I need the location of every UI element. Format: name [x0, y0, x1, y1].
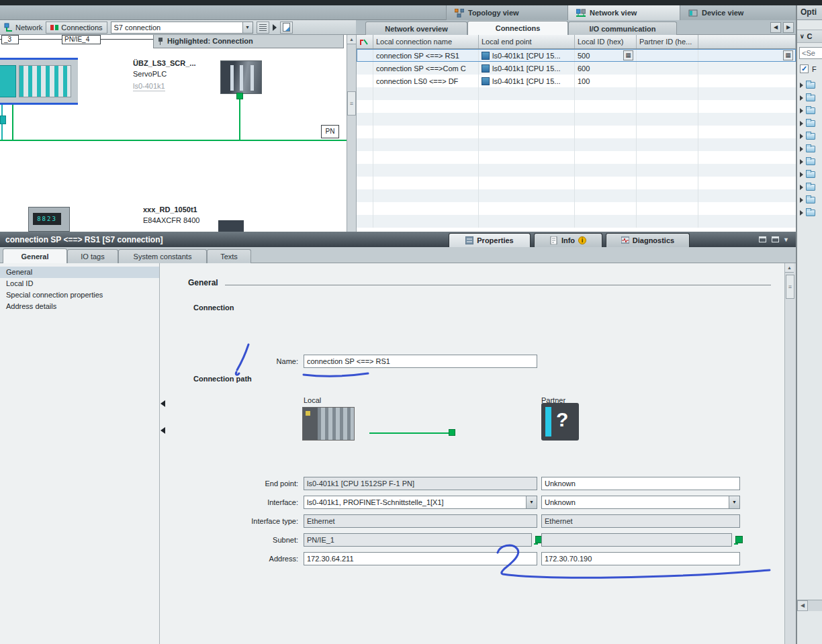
connection-type-select[interactable]: S7 connection ▼	[111, 21, 253, 34]
pn-subnet-label[interactable]: PN	[321, 125, 339, 138]
empty-row[interactable]	[357, 87, 796, 100]
network-diagram[interactable]: _3 PN/IE_4 PN/IE_5 Highlighted: Connecti…	[0, 35, 347, 232]
tab-io-communication[interactable]: I/O communication	[568, 21, 677, 35]
catalog-folder-item[interactable]	[797, 104, 822, 117]
content-vertical-scrollbar[interactable]: ▲ ≡	[784, 263, 796, 644]
empty-row[interactable]	[357, 189, 796, 202]
column-header[interactable]: Local connection name	[373, 35, 479, 48]
tab-properties[interactable]: Properties	[449, 233, 531, 247]
pn-bus-line[interactable]	[0, 140, 347, 141]
drive-device-image[interactable]: 8823	[28, 207, 70, 232]
expand-arrow-icon[interactable]	[800, 108, 803, 113]
tab-network-view[interactable]: Network view	[567, 5, 680, 20]
connection-row[interactable]: connection SP <==>Com Cls0-401k1 [CPU 15…	[357, 62, 796, 75]
empty-row[interactable]	[357, 202, 796, 215]
highlighted-connection-banner[interactable]: Highlighted: Connection	[153, 35, 344, 48]
catalog-search-input[interactable]: <Se	[799, 47, 822, 59]
catalog-folder-item[interactable]	[797, 193, 822, 206]
scroll-up-icon[interactable]: ▲	[785, 263, 794, 273]
subtab-general[interactable]: General	[3, 248, 67, 263]
catalog-folder-item[interactable]	[797, 142, 822, 155]
empty-row[interactable]	[357, 151, 796, 164]
empty-row[interactable]	[357, 113, 796, 126]
local-interface-select[interactable]: ls0-401k1, PROFINET-Schnittstelle_1[X1] …	[304, 496, 537, 509]
column-header[interactable]: Local end point	[479, 35, 575, 48]
network-mode-button[interactable]: Network	[4, 23, 42, 32]
tab-scroll-left-icon[interactable]: ◀	[770, 22, 781, 33]
servo-plc-image[interactable]	[220, 60, 262, 94]
expand-toolbar-icon[interactable]	[273, 24, 277, 31]
expand-arrow-icon[interactable]	[800, 210, 803, 216]
nav-item-local-id[interactable]: Local ID	[0, 278, 159, 289]
expand-arrow-icon[interactable]	[800, 159, 803, 165]
empty-row[interactable]	[357, 126, 796, 138]
catalog-folder-item[interactable]	[797, 206, 822, 219]
float-panel-icon[interactable]	[759, 236, 766, 242]
collapse-left-icon[interactable]	[161, 400, 165, 407]
empty-row[interactable]	[357, 215, 796, 228]
column-header[interactable]: Partner ID (he...	[637, 35, 698, 48]
collapse-panel-icon[interactable]	[772, 236, 779, 242]
save-window-settings-button[interactable]	[280, 21, 293, 34]
scrollbar-thumb[interactable]: ≡	[786, 275, 794, 299]
tab-scroll-right-icon[interactable]: ▶	[783, 22, 794, 33]
subnet-label[interactable]: PN/IE_4	[62, 35, 101, 44]
collapse-left-icon[interactable]	[161, 427, 165, 434]
empty-row[interactable]	[357, 164, 796, 177]
catalog-folder-item[interactable]	[797, 117, 822, 130]
chevron-down-icon[interactable]: ▼	[242, 22, 253, 33]
nav-item-special-connection-properties[interactable]: Special connection properties	[0, 289, 159, 301]
subtab-texts[interactable]: Texts	[207, 249, 251, 263]
expand-arrow-icon[interactable]	[800, 172, 803, 177]
expand-arrow-icon[interactable]	[800, 146, 803, 152]
connection-row[interactable]: connection SP <==> RS1ls0-401k1 [CPU 15.…	[357, 49, 796, 62]
connections-filter-icon[interactable]	[357, 35, 373, 48]
tab-connections[interactable]: Connections	[467, 21, 568, 35]
scrollbar-thumb[interactable]: ≡	[347, 91, 356, 116]
catalog-folder-item[interactable]	[797, 155, 822, 168]
subtab-system-constants[interactable]: System constants	[118, 249, 207, 263]
diagram-vertical-scrollbar[interactable]: ▲ ≡	[347, 35, 357, 232]
catalog-folder-item[interactable]	[797, 130, 822, 142]
local-address-input[interactable]	[304, 552, 537, 565]
catalog-folder-item[interactable]	[797, 91, 822, 104]
catalog-folder-item[interactable]	[797, 79, 822, 91]
tab-device-view[interactable]: Device view	[680, 5, 796, 20]
subtab-io-tags[interactable]: IO tags	[67, 249, 118, 263]
device-station-name[interactable]: ls0-401k1	[133, 82, 165, 91]
nav-item-general[interactable]: General	[0, 267, 159, 278]
connection-row[interactable]: connection LS0 <==> DFls0-401k1 [CPU 15.…	[357, 75, 796, 87]
empty-row[interactable]	[357, 177, 796, 189]
tab-network-overview[interactable]: Network overview	[365, 21, 467, 35]
expand-arrow-icon[interactable]	[800, 121, 803, 126]
pn-port[interactable]	[236, 93, 243, 99]
catalog-folder-item[interactable]	[797, 181, 822, 193]
scroll-up-icon[interactable]: ▲	[347, 35, 356, 44]
connections-mode-button[interactable]: Connections	[46, 21, 107, 34]
panel-menu-icon[interactable]: ▼	[783, 236, 789, 243]
device-name[interactable]: xxx_RD_1050t1	[143, 205, 197, 214]
tab-topology-view[interactable]: Topology view	[446, 5, 567, 20]
device-name[interactable]: ÜBZ_LS3_SCR_...	[133, 59, 196, 67]
catalog-section-header[interactable]: ∨ C	[797, 30, 822, 43]
partner-address-input[interactable]	[541, 552, 740, 565]
highlight-connection-button[interactable]	[257, 21, 269, 34]
filter-checkbox[interactable]: ✓	[800, 64, 809, 73]
connection-name-input[interactable]	[304, 355, 537, 368]
expand-arrow-icon[interactable]	[800, 83, 803, 88]
tab-info[interactable]: Info i	[534, 233, 602, 247]
catalog-horizontal-scrollbar[interactable]: ◀	[797, 600, 822, 611]
expand-arrow-icon[interactable]	[800, 95, 803, 101]
cell-picker-button[interactable]: ▦	[783, 50, 793, 60]
expand-arrow-icon[interactable]	[800, 197, 803, 203]
chevron-down-icon[interactable]: ▼	[526, 496, 537, 508]
expand-arrow-icon[interactable]	[800, 134, 803, 139]
tab-diagnostics[interactable]: Diagnostics	[606, 233, 690, 247]
scroll-left-icon[interactable]: ◀	[797, 600, 808, 611]
empty-row[interactable]	[357, 138, 796, 151]
empty-row[interactable]	[357, 100, 796, 113]
nav-item-address-details[interactable]: Address details	[0, 301, 159, 312]
catalog-folder-item[interactable]	[797, 168, 822, 181]
plc-device-station[interactable]	[0, 58, 78, 105]
chevron-down-icon[interactable]: ▼	[729, 496, 739, 508]
